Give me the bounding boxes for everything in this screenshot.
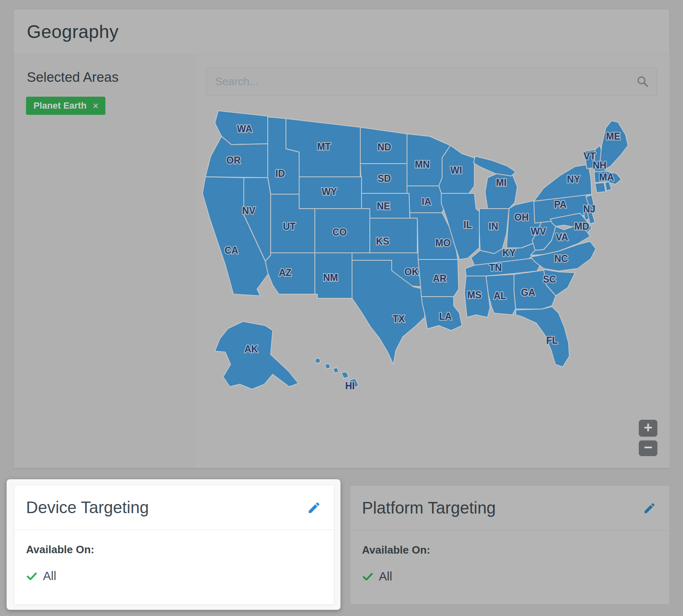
- state-shape-in[interactable]: [479, 209, 509, 254]
- check-icon: [26, 571, 38, 582]
- state-shape-ms[interactable]: [464, 276, 490, 317]
- state-shape-extra[interactable]: [333, 368, 339, 373]
- device-edit-button[interactable]: [307, 500, 321, 515]
- state-shape-extra[interactable]: [325, 364, 331, 369]
- pencil-icon: [643, 502, 656, 515]
- selected-areas-title: Selected Areas: [27, 69, 194, 85]
- search-box: [207, 67, 657, 96]
- platform-available-row: All: [362, 570, 658, 583]
- state-shape-sd[interactable]: [360, 164, 409, 193]
- device-card-header: Device Targeting: [14, 485, 334, 530]
- state-shape-al[interactable]: [486, 274, 516, 315]
- geography-title: Geography: [27, 21, 119, 42]
- tag-label: Planet Earth: [33, 100, 86, 111]
- state-shape-extra[interactable]: [588, 212, 595, 224]
- state-shape-nd[interactable]: [360, 127, 407, 164]
- tag-remove-icon[interactable]: ✕: [92, 102, 99, 110]
- platform-card-body: Available On: All: [350, 530, 669, 583]
- device-card-body: Available On: All: [14, 530, 334, 583]
- minus-icon: −: [644, 440, 652, 455]
- device-available-value: All: [43, 569, 56, 583]
- device-available-row: All: [26, 569, 322, 583]
- state-shape-la[interactable]: [421, 297, 462, 331]
- state-shape-ks[interactable]: [370, 218, 417, 253]
- platform-card-header: Platform Targeting: [350, 486, 669, 530]
- state-shape-ar[interactable]: [418, 259, 459, 297]
- state-shape-wy[interactable]: [299, 177, 362, 209]
- device-available-label: Available On:: [26, 543, 322, 556]
- geography-header: Geography: [14, 10, 669, 55]
- platform-available-value: All: [379, 570, 392, 583]
- zoom-in-button[interactable]: +: [639, 420, 657, 437]
- selected-areas-panel: Selected Areas Planet Earth ✕: [14, 55, 194, 468]
- platform-edit-button[interactable]: [642, 501, 657, 516]
- us-map[interactable]: WAORIDMTNDSDMNWIMIIANEWYNVUTCOCAAZNMKSOK…: [198, 103, 669, 417]
- state-shape-extra[interactable]: [341, 372, 349, 378]
- state-shape-extra[interactable]: [350, 378, 359, 388]
- page: { "geography": { "title": "Geography", "…: [0, 0, 683, 616]
- state-shape-co[interactable]: [315, 209, 370, 253]
- platform-available-label: Available On:: [362, 544, 658, 557]
- platform-targeting-card: Platform Targeting Available On: All: [350, 486, 669, 604]
- state-shape-me[interactable]: [600, 121, 628, 169]
- state-shape-extra[interactable]: [474, 156, 516, 176]
- pencil-icon: [307, 501, 321, 515]
- search-icon: [636, 75, 649, 88]
- platform-targeting-title: Platform Targeting: [362, 499, 496, 517]
- state-shape-extra[interactable]: [315, 358, 321, 364]
- state-shape-az[interactable]: [265, 253, 315, 294]
- state-shape-ny[interactable]: [534, 164, 592, 201]
- zoom-out-button[interactable]: −: [639, 440, 657, 456]
- state-shape-extra[interactable]: [595, 183, 606, 193]
- state-shape-ia[interactable]: [407, 186, 446, 213]
- selected-tag-planet-earth[interactable]: Planet Earth ✕: [26, 97, 105, 115]
- device-targeting-title: Device Targeting: [26, 498, 149, 517]
- state-shape-fl[interactable]: [516, 307, 569, 367]
- state-shape-ak[interactable]: [215, 321, 298, 389]
- search-input[interactable]: [207, 67, 657, 96]
- state-shape-mi[interactable]: [485, 172, 517, 209]
- device-targeting-card: Device Targeting Available On: All: [14, 485, 334, 604]
- check-icon: [362, 571, 374, 583]
- plus-icon: +: [644, 420, 652, 435]
